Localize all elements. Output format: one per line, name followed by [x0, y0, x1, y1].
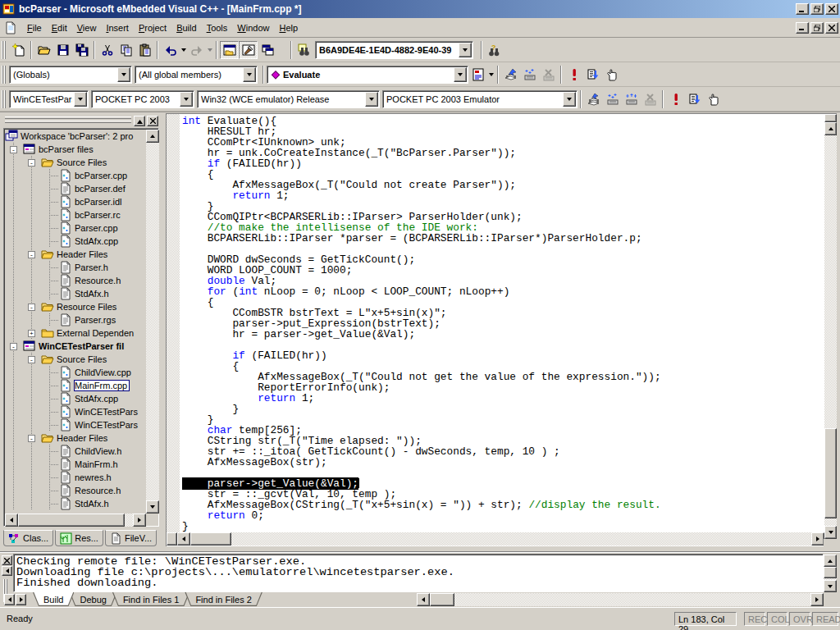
- tree-item[interactable]: StdAfx.h: [5, 287, 146, 300]
- editor-vertical-scrollbar[interactable]: [824, 114, 837, 539]
- save-all-icon[interactable]: [72, 41, 91, 59]
- new-document-icon[interactable]: [9, 41, 28, 59]
- combo-dropdown-button[interactable]: [459, 43, 472, 57]
- output-splitter[interactable]: [0, 551, 840, 553]
- menu-edit[interactable]: Edit: [47, 21, 72, 35]
- output-collapse-button[interactable]: [2, 566, 12, 576]
- tree-scroll-up-button[interactable]: [146, 130, 159, 143]
- workspace-pin-button[interactable]: [134, 116, 145, 126]
- wizard-actions-icon[interactable]: [468, 66, 487, 84]
- copy-icon[interactable]: [116, 41, 135, 59]
- tree-item[interactable]: bcParser.def: [5, 182, 146, 195]
- menu-view[interactable]: View: [72, 21, 102, 35]
- members-combo[interactable]: (All global members): [135, 66, 258, 84]
- go-icon[interactable]: [583, 66, 602, 84]
- tree-item[interactable]: bcParser.cpp: [5, 169, 146, 182]
- output-tab-find-in-files-1[interactable]: Find in Files 1: [112, 592, 189, 606]
- combo-dropdown-button[interactable]: [74, 92, 87, 107]
- output-tab-build[interactable]: Build: [33, 592, 74, 606]
- redo-icon[interactable]: [187, 41, 206, 59]
- tree-item[interactable]: +External Dependen: [5, 326, 146, 340]
- tree-expander[interactable]: -: [28, 304, 35, 311]
- tree-item[interactable]: StdAfx.cpp: [5, 392, 146, 405]
- editor-vscroll-thumb[interactable]: [824, 428, 837, 518]
- combo-dropdown-button[interactable]: [180, 92, 193, 107]
- tree-item[interactable]: newres.h: [5, 471, 146, 484]
- find-in-files-icon[interactable]: [294, 41, 313, 59]
- build-icon[interactable]: [520, 66, 539, 84]
- tree-hscroll-thumb[interactable]: [18, 514, 125, 527]
- tree-item[interactable]: Workspace 'bcParser': 2 pro: [5, 130, 146, 143]
- combo-dropdown-button[interactable]: [243, 67, 256, 82]
- editor-code-area[interactable]: int Evaluate(){ HRESULT hr; CComPtr<IUnk…: [180, 114, 824, 532]
- tree-scroll-left-button[interactable]: [5, 514, 18, 527]
- mdi-restore-button[interactable]: [810, 22, 824, 34]
- tree-item[interactable]: -Header Files: [5, 248, 146, 261]
- toolbar-gripper[interactable]: [2, 90, 7, 108]
- output-scroll-down-button[interactable]: [824, 580, 837, 592]
- tree-item[interactable]: ChildView.h: [5, 445, 146, 458]
- code-line[interactable]: WORD LOOP_COUNT = 1000;: [182, 265, 824, 276]
- code-line[interactable]: AfxMessageBox(str);: [182, 457, 824, 468]
- update-remote-icon[interactable]: [584, 90, 603, 108]
- workspace-gripper2[interactable]: [5, 121, 131, 123]
- workspace-tab-clas[interactable]: Clas...: [3, 530, 53, 546]
- combo-dropdown-button[interactable]: [117, 67, 130, 82]
- code-editor[interactable]: int Evaluate(){ HRESULT hr; CComPtr<IUnk…: [166, 113, 837, 546]
- tree-item[interactable]: StdAfx.cpp: [5, 235, 146, 248]
- tree-item[interactable]: WinCETestPars: [5, 418, 146, 431]
- tree-item[interactable]: MainFrm.h: [5, 458, 146, 471]
- breakpoint-hand-icon[interactable]: [602, 66, 621, 84]
- toolbar-gripper[interactable]: [2, 66, 7, 84]
- code-line[interactable]: }: [182, 521, 824, 532]
- menu-help[interactable]: Help: [274, 21, 303, 35]
- find-combo[interactable]: B6A9DE4E-1E4D-4882-9E40-39: [315, 41, 473, 59]
- editor-scroll-left-button[interactable]: [177, 532, 190, 546]
- tree-item[interactable]: -Source Files: [5, 353, 146, 366]
- tree-item[interactable]: ChildView.cpp: [5, 366, 146, 379]
- code-line[interactable]: if (FAILED(hr)): [182, 350, 824, 361]
- editor-splitter-box[interactable]: [824, 114, 837, 122]
- output-scroll-left-button[interactable]: [417, 593, 430, 606]
- editor-scroll-right-button[interactable]: [811, 532, 824, 546]
- editor-scroll-up-button[interactable]: [824, 122, 837, 135]
- code-line[interactable]: }: [182, 404, 824, 414]
- open-file-icon[interactable]: [34, 41, 53, 59]
- breakpoint-hand-icon[interactable]: [704, 90, 723, 108]
- document-icon[interactable]: [4, 21, 17, 34]
- tree-expander[interactable]: -: [28, 251, 35, 258]
- code-line[interactable]: return 1;: [182, 393, 824, 404]
- editor-selection-margin[interactable]: [167, 114, 180, 532]
- output-scroll-right-button[interactable]: [810, 593, 824, 606]
- code-line[interactable]: for (int nLoop = 0; nLoop < LOOP_COUNT; …: [182, 286, 824, 297]
- tree-item[interactable]: Resource.h: [5, 274, 146, 287]
- tree-item[interactable]: MainFrm.cpp: [5, 379, 146, 392]
- configuration-combo[interactable]: Win32 (WCE emulator) Release: [197, 90, 380, 108]
- code-line[interactable]: hr = parser->get_Value(&Val);: [182, 329, 824, 340]
- editor-hscroll-thumb[interactable]: [190, 532, 231, 546]
- tree-expander[interactable]: +: [28, 330, 35, 337]
- tree-item[interactable]: Parser.rgs: [5, 313, 146, 326]
- menu-tools[interactable]: Tools: [202, 21, 233, 35]
- tree-horizontal-scrollbar[interactable]: [5, 514, 146, 527]
- compile-icon[interactable]: [501, 66, 520, 84]
- wce-compile-icon[interactable]: [603, 90, 622, 108]
- output-vertical-scrollbar[interactable]: [824, 555, 837, 592]
- tree-item[interactable]: -bcParser files: [5, 143, 146, 156]
- tree-item[interactable]: bcParser.idl: [5, 195, 146, 208]
- tree-item[interactable]: -WinCETestParser fil: [5, 340, 146, 353]
- tree-expander[interactable]: -: [10, 146, 17, 153]
- device-combo[interactable]: POCKET PC 2003 Emulator: [382, 90, 578, 108]
- workspace-tab-filev[interactable]: FileV...: [105, 530, 157, 546]
- output-tab-scroll-left[interactable]: [4, 594, 15, 605]
- editor-scroll-down-button[interactable]: [824, 526, 837, 539]
- menu-insert[interactable]: Insert: [101, 21, 134, 35]
- tree-expander[interactable]: -: [28, 159, 35, 167]
- stop-build-icon[interactable]: [539, 66, 558, 84]
- wizard-action-combo[interactable]: Evaluate: [267, 66, 468, 84]
- tree-scroll-down-button[interactable]: [146, 500, 159, 514]
- workspace-gripper[interactable]: [5, 116, 131, 119]
- toolbar-gripper[interactable]: [2, 41, 7, 59]
- wce-stop-icon[interactable]: [641, 90, 660, 108]
- restore-button[interactable]: [810, 3, 824, 15]
